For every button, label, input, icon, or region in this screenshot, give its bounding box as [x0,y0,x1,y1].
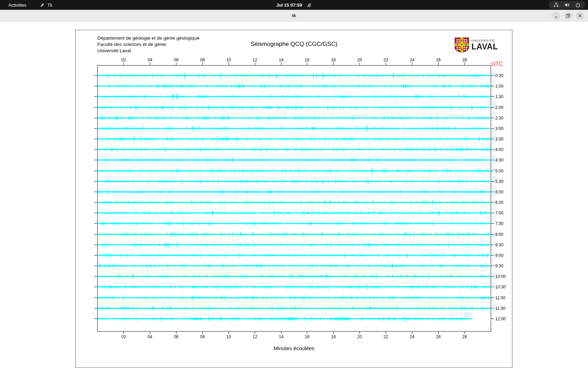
seismograph-panel: Département de géologie et de génie géol… [75,30,512,368]
seismogram-canvas [76,30,512,368]
activities-label: Activities [8,2,26,8]
bell-muted-icon [307,2,312,8]
x-axis-label: Minutes écoulées [97,345,491,351]
minimize-icon [554,14,558,18]
minimize-button[interactable] [552,12,560,20]
utc-label: UTC [491,61,503,67]
university-laval-logo: UNIVERSITÉ LAVAL [455,38,498,53]
close-button[interactable] [576,12,584,20]
app-indicator-label: Tk [47,2,52,8]
window-title: tk [0,10,588,22]
tk-feather-icon [40,2,45,8]
gnome-topbar: Activities Tk Jul 15 07:59 [0,0,588,10]
institution-line: Université Laval [97,48,200,54]
network-tree-icon [553,2,559,8]
restore-icon [566,14,570,18]
window-titlebar: tk [0,10,588,22]
activities-button[interactable]: Activities [6,0,28,10]
desktop: Activities Tk Jul 15 07:59 [0,0,588,368]
logo-laval-text: LAVAL [471,42,498,51]
restore-button[interactable] [564,12,572,20]
clock-button[interactable]: Jul 15 07:59 [276,0,312,10]
close-icon [578,14,582,18]
system-tray-button[interactable] [549,1,585,9]
laval-shield-icon [455,38,469,53]
power-icon [575,2,581,8]
speaker-icon [564,2,570,8]
app-indicator-button[interactable]: Tk [37,0,54,10]
clock-label: Jul 15 07:59 [276,2,302,8]
chart-title: Séismographe QCQ (CGC/GSC) [97,41,491,48]
